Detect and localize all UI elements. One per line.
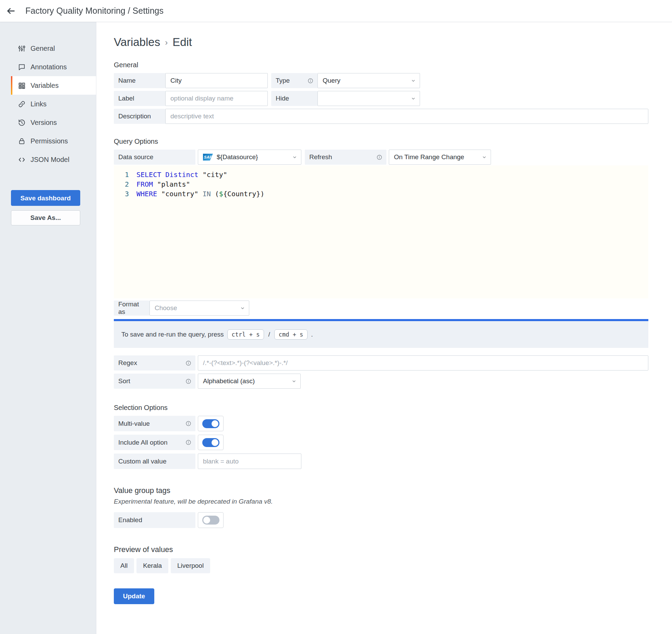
regex-label: Regex bbox=[114, 355, 195, 371]
refresh-select[interactable]: On Time Range Change bbox=[389, 150, 491, 165]
info-icon[interactable] bbox=[185, 360, 191, 366]
multi-value-label: Multi-value bbox=[114, 416, 195, 431]
sap-datasource-icon: SAP bbox=[203, 154, 213, 161]
save-hint: To save and re-run the query, press ctrl… bbox=[114, 321, 648, 348]
kbd-ctrl-s: ctrl + s bbox=[227, 329, 264, 340]
kbd-cmd-s: cmd + s bbox=[274, 329, 308, 340]
type-select[interactable]: Query bbox=[317, 73, 420, 88]
info-icon[interactable] bbox=[185, 421, 191, 426]
line-number: 3 bbox=[114, 189, 129, 199]
sidebar-item-json-model[interactable]: JSON Model bbox=[11, 150, 96, 169]
format-as-select[interactable]: Choose bbox=[149, 301, 249, 316]
hide-label: Hide bbox=[271, 91, 317, 106]
chevron-down-icon bbox=[292, 155, 297, 160]
name-field[interactable] bbox=[165, 73, 268, 88]
breadcrumb-separator-icon: › bbox=[165, 38, 168, 47]
breadcrumb-section: Variables bbox=[114, 36, 160, 49]
settings-sidebar: General Annotations Variables Links Vers… bbox=[0, 22, 96, 634]
sidebar-item-label: Annotations bbox=[31, 63, 67, 71]
value-group-tags-note: Experimental feature, will be deprecated… bbox=[114, 498, 648, 505]
preview-value-liverpool: Liverpool bbox=[171, 558, 210, 573]
info-icon[interactable] bbox=[308, 78, 313, 84]
description-label: Description bbox=[114, 109, 165, 124]
toggle-off-indicator bbox=[202, 516, 219, 525]
info-icon[interactable] bbox=[185, 439, 191, 445]
chevron-down-icon bbox=[291, 379, 297, 384]
sidebar-item-annotations[interactable]: Annotations bbox=[11, 58, 96, 76]
code-brackets-icon bbox=[18, 156, 26, 164]
sidebar-item-label: Permissions bbox=[31, 137, 68, 145]
custom-all-value-input[interactable] bbox=[198, 454, 301, 469]
sort-select[interactable]: Alphabetical (asc) bbox=[198, 374, 301, 389]
breadcrumb-current: Edit bbox=[172, 36, 192, 49]
back-button[interactable] bbox=[0, 0, 22, 22]
datasource-label: Data source bbox=[114, 150, 195, 165]
sql-line: 3 WHERE "country" IN (${Country}) bbox=[114, 189, 648, 199]
sliders-icon bbox=[18, 45, 26, 52]
history-icon bbox=[18, 119, 26, 127]
update-button[interactable]: Update bbox=[114, 588, 154, 604]
preview-value-kerala: Kerala bbox=[136, 558, 168, 573]
page-title: Factory Quality Monitoring / Settings bbox=[25, 6, 164, 16]
preview-of-values-heading: Preview of values bbox=[114, 545, 648, 554]
sql-line: 1 SELECT Distinct "city" bbox=[114, 170, 648, 179]
save-as-button[interactable]: Save As... bbox=[11, 210, 80, 225]
save-dashboard-button[interactable]: Save dashboard bbox=[11, 190, 80, 206]
info-icon[interactable] bbox=[376, 154, 382, 160]
chevron-down-icon bbox=[240, 306, 245, 311]
type-label: Type bbox=[271, 73, 317, 88]
lock-icon bbox=[18, 137, 26, 145]
name-label: Name bbox=[114, 73, 165, 88]
comment-icon bbox=[18, 63, 26, 71]
sql-editor[interactable]: 1 SELECT Distinct "city" 2 FROM "plants"… bbox=[114, 165, 648, 298]
enabled-label: Enabled bbox=[114, 512, 195, 528]
line-number: 1 bbox=[114, 170, 129, 179]
link-icon bbox=[18, 100, 26, 108]
sidebar-item-label: Versions bbox=[31, 119, 57, 127]
line-number: 2 bbox=[114, 179, 129, 189]
variables-icon bbox=[18, 82, 26, 90]
hide-select[interactable] bbox=[317, 91, 420, 106]
value-group-tags-heading: Value group tags bbox=[114, 486, 648, 495]
sidebar-item-label: Links bbox=[31, 100, 47, 108]
preview-value-all: All bbox=[114, 558, 134, 573]
custom-all-value-label: Custom all value bbox=[114, 454, 195, 469]
label-label: Label bbox=[114, 91, 165, 106]
toggle-on-indicator bbox=[202, 419, 219, 428]
chevron-down-icon bbox=[411, 96, 416, 101]
sidebar-item-label: JSON Model bbox=[31, 156, 69, 164]
multi-value-toggle[interactable] bbox=[198, 416, 224, 431]
sidebar-item-versions[interactable]: Versions bbox=[11, 113, 96, 132]
sidebar-item-label: General bbox=[31, 45, 55, 52]
app-header: Factory Quality Monitoring / Settings bbox=[0, 0, 672, 22]
description-field[interactable] bbox=[165, 109, 648, 124]
sidebar-item-label: Variables bbox=[31, 82, 59, 90]
sidebar-item-links[interactable]: Links bbox=[11, 95, 96, 113]
variables-edit-panel: Variables › Edit General Name Type Query… bbox=[96, 0, 672, 604]
regex-input[interactable] bbox=[198, 355, 648, 371]
query-options-heading: Query Options bbox=[114, 138, 648, 145]
general-section-heading: General bbox=[114, 61, 648, 69]
selection-options-heading: Selection Options bbox=[114, 404, 648, 412]
sidebar-item-permissions[interactable]: Permissions bbox=[11, 132, 96, 150]
chevron-down-icon bbox=[411, 78, 416, 83]
sql-line: 2 FROM "plants" bbox=[114, 179, 648, 189]
datasource-select[interactable]: SAP ${Datasource} bbox=[198, 150, 301, 165]
sidebar-item-variables[interactable]: Variables bbox=[11, 76, 96, 95]
sort-label: Sort bbox=[114, 374, 195, 389]
toggle-on-indicator bbox=[202, 438, 219, 447]
breadcrumb: Variables › Edit bbox=[114, 36, 648, 49]
enabled-toggle[interactable] bbox=[198, 512, 224, 528]
sidebar-item-general[interactable]: General bbox=[11, 39, 96, 58]
arrow-left-icon bbox=[6, 6, 16, 16]
label-field[interactable] bbox=[165, 91, 268, 106]
include-all-label: Include All option bbox=[114, 435, 195, 450]
chevron-down-icon bbox=[482, 155, 487, 160]
include-all-toggle[interactable] bbox=[198, 435, 224, 450]
refresh-label: Refresh bbox=[305, 150, 386, 165]
info-icon[interactable] bbox=[185, 378, 191, 384]
format-as-label: Format as bbox=[114, 301, 149, 316]
